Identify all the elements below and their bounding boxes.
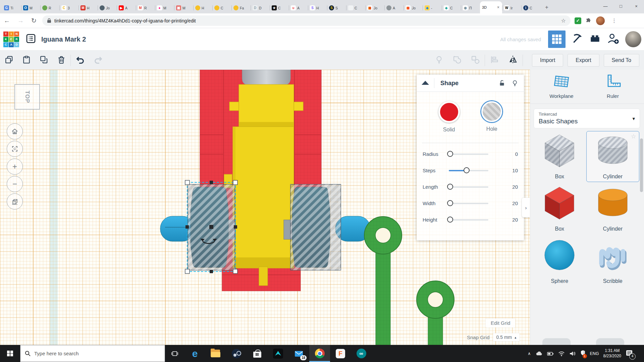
- send-to-button[interactable]: Send To: [604, 54, 639, 67]
- language-indicator[interactable]: ENG: [590, 351, 599, 356]
- browser-tab[interactable]: ●M: [155, 2, 174, 13]
- browser-tab[interactable]: ▦Jo: [365, 2, 384, 13]
- hole-swatch[interactable]: [481, 101, 502, 122]
- slider-track[interactable]: [449, 154, 488, 155]
- model-gray-cylinder[interactable]: [242, 70, 290, 85]
- shape-tile-cylinder[interactable]: Cylinder: [586, 183, 640, 234]
- user-avatar[interactable]: [625, 31, 641, 47]
- browser-tab[interactable]: MR: [136, 2, 155, 13]
- shape-tile-box[interactable]: Box: [533, 183, 586, 234]
- zoom-in-button[interactable]: +: [7, 159, 23, 175]
- browser-tab[interactable]: R: [40, 2, 59, 13]
- reload-button[interactable]: ↻: [28, 17, 40, 24]
- browser-tab[interactable]: ◉Π: [461, 2, 480, 13]
- unlock-icon[interactable]: [498, 79, 506, 87]
- browser-tab[interactable]: GTi: [2, 2, 21, 13]
- browser-tab-active[interactable]: 3D×: [480, 1, 502, 13]
- sidebar-scrollbar[interactable]: [640, 138, 643, 192]
- taskbar-clock[interactable]: 1:31 AM 8/23/2020: [603, 348, 621, 359]
- solid-swatch[interactable]: [438, 101, 460, 123]
- browser-profile-avatar[interactable]: [596, 16, 605, 25]
- taskbar-app-predator[interactable]: [268, 345, 288, 362]
- shape-library-dropdown[interactable]: Tinkercad Basic Shapes ▾: [534, 109, 640, 128]
- browser-tab[interactable]: MH: [78, 2, 98, 13]
- browser-menu-icon[interactable]: ⋮: [609, 17, 620, 24]
- undo-icon[interactable]: [75, 55, 85, 66]
- view-cube[interactable]: TOP: [14, 84, 40, 110]
- browser-tab[interactable]: iC: [521, 2, 540, 13]
- ungroup-icon[interactable]: [471, 55, 480, 66]
- shape-tile-sphere[interactable]: Sphere: [533, 236, 586, 287]
- solid-option[interactable]: Solid: [438, 101, 460, 133]
- redo-icon[interactable]: [94, 55, 103, 66]
- slider-handle[interactable]: [447, 217, 453, 223]
- browser-tab[interactable]: Jo: [98, 2, 117, 13]
- wifi-icon[interactable]: [558, 351, 565, 356]
- shape-tile-scribble[interactable]: Scribble: [586, 236, 640, 287]
- delete-icon[interactable]: [57, 55, 66, 65]
- browser-tab[interactable]: A: [384, 2, 404, 13]
- share-invite-icon[interactable]: [607, 32, 620, 46]
- omnibox[interactable]: tinkercad.com/things/4MZ4Ka4hDd1-copy-of…: [42, 15, 571, 26]
- slider-track[interactable]: [449, 219, 488, 221]
- slider-track[interactable]: [449, 186, 488, 188]
- browser-tab[interactable]: ▣M: [174, 2, 193, 13]
- slider-track[interactable]: [449, 170, 488, 171]
- model-hole-box-right[interactable]: [290, 184, 341, 270]
- browser-tab[interactable]: C: [212, 2, 231, 13]
- minecraft-pickaxe-icon[interactable]: [571, 33, 583, 46]
- forward-button[interactable]: →: [14, 17, 28, 24]
- task-view-button[interactable]: [165, 345, 184, 362]
- extension-check-icon[interactable]: ✓: [575, 17, 581, 24]
- browser-tab[interactable]: ◆-: [423, 2, 442, 13]
- brick-builder-icon[interactable]: [589, 33, 601, 46]
- copy-icon[interactable]: [5, 55, 13, 65]
- panel-expander[interactable]: ›: [522, 198, 530, 217]
- export-button[interactable]: Export: [568, 54, 599, 67]
- mirror-icon[interactable]: [508, 55, 518, 66]
- action-center-button[interactable]: 4: [626, 350, 636, 358]
- zoom-out-button[interactable]: −: [7, 176, 23, 192]
- browser-tab[interactable]: H: [193, 2, 212, 13]
- browser-tab[interactable]: C: [346, 2, 365, 13]
- browser-tab[interactable]: WIr: [502, 2, 521, 13]
- window-minimize-button[interactable]: —: [598, 0, 613, 13]
- taskbar-search-box[interactable]: Type here to search: [20, 345, 165, 362]
- start-button[interactable]: [0, 345, 20, 362]
- tray-chevron-icon[interactable]: ∧: [528, 351, 531, 356]
- show-all-bulb-icon[interactable]: [434, 55, 444, 66]
- browser-tab[interactable]: SS: [327, 2, 346, 13]
- battery-icon[interactable]: [547, 351, 554, 356]
- snap-grid-select[interactable]: 0.5 mm ▴: [493, 333, 520, 341]
- perspective-toggle-button[interactable]: [7, 193, 23, 209]
- taskbar-app-edge[interactable]: e: [184, 345, 205, 362]
- dashboard-grid-button[interactable]: [548, 31, 566, 48]
- ruler-tool[interactable]: Ruler: [593, 74, 633, 99]
- window-close-button[interactable]: ×: [629, 0, 644, 13]
- shape-tile-box[interactable]: Box: [533, 131, 586, 182]
- onedrive-cloud-icon[interactable]: [535, 351, 543, 356]
- hole-option[interactable]: Hole: [481, 101, 502, 133]
- browser-tab[interactable]: uA: [289, 2, 308, 13]
- browser-tab[interactable]: C3: [59, 2, 78, 13]
- taskbar-app-arduino[interactable]: ∞: [351, 345, 372, 362]
- window-maximize-button[interactable]: □: [613, 0, 629, 13]
- extension-puzzle-icon[interactable]: [585, 17, 592, 24]
- bookmark-star-icon[interactable]: ☆: [561, 17, 566, 24]
- browser-tab[interactable]: Fa: [231, 2, 251, 13]
- taskbar-app-chrome[interactable]: [309, 345, 330, 362]
- green-keyring-2[interactable]: [417, 281, 454, 345]
- taskbar-app-explorer[interactable]: [205, 345, 226, 362]
- slider-handle[interactable]: [447, 151, 453, 157]
- browser-tab[interactable]: ◈C: [442, 2, 461, 13]
- designs-menu-icon[interactable]: [26, 34, 36, 45]
- edit-grid-button[interactable]: Edit Grid: [486, 318, 515, 327]
- taskbar-app-store[interactable]: [247, 345, 268, 362]
- browser-tab[interactable]: ▶A: [117, 2, 136, 13]
- duplicate-icon[interactable]: [40, 55, 48, 65]
- volume-icon[interactable]: [569, 351, 576, 356]
- paste-icon[interactable]: [22, 55, 31, 65]
- home-view-button[interactable]: [7, 123, 23, 139]
- slider-handle[interactable]: [464, 167, 470, 173]
- slider-handle[interactable]: [447, 200, 453, 206]
